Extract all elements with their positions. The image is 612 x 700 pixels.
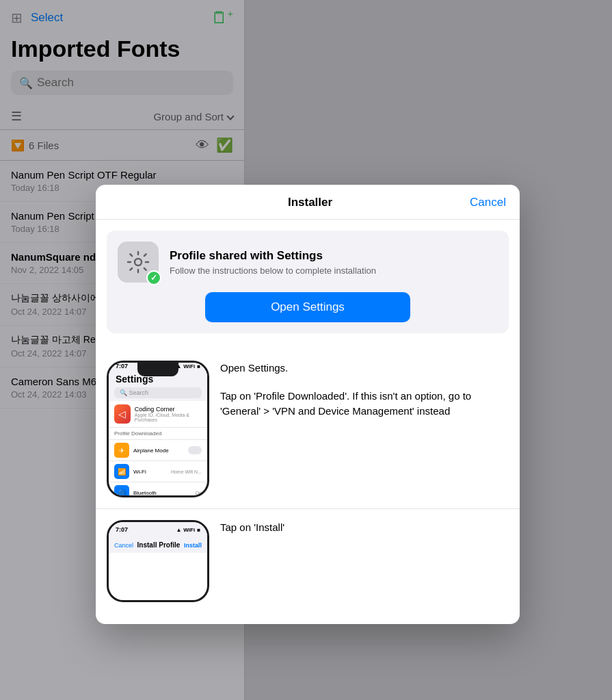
wifi-icon: 📶 <box>114 464 129 479</box>
profile-section: ✓ Profile shared with Settings Follow th… <box>107 231 509 333</box>
phone-screen: 7:07 ▲WiFi■ Settings 🔍 Search ◁ Coding C… <box>109 363 207 495</box>
instructions-section: 7:07 ▲WiFi■ Settings 🔍 Search ◁ Coding C… <box>96 344 520 624</box>
wifi-label: Wi-Fi <box>133 469 167 475</box>
phone-install-bar: Cancel Install Profile Install <box>109 537 207 553</box>
step1-open-settings: Open Settings. <box>220 361 509 376</box>
bluetooth-label: Bluetooth <box>133 490 191 496</box>
installer-modal: Installer Cancel ✓ Profile shared with S… <box>96 185 520 624</box>
airplane-label: Airplane Mode <box>133 448 184 454</box>
phone-mockup-step1: 7:07 ▲WiFi■ Settings 🔍 Search ◁ Coding C… <box>107 361 209 497</box>
install-cancel-label: Cancel <box>114 542 133 549</box>
cancel-button[interactable]: Cancel <box>470 196 506 209</box>
coding-sub-label: Apple ID, iCloud, Media & Purchases <box>135 413 202 422</box>
step2-text-block: Tap on 'Install' <box>220 520 509 536</box>
instruction-step-1: 7:07 ▲WiFi■ Settings 🔍 Search ◁ Coding C… <box>96 350 520 509</box>
phone-airplane-row: ✈ Airplane Mode <box>109 440 207 461</box>
profile-icon-wrapper: ✓ <box>118 242 159 283</box>
svg-point-0 <box>135 259 142 265</box>
profile-title: Profile shared with Settings <box>170 249 376 263</box>
modal-header: Installer Cancel <box>96 185 520 220</box>
check-badge: ✓ <box>146 270 161 285</box>
step1-text-block: Open Settings. Tap on 'Profile Downloade… <box>220 361 509 419</box>
phone-time: 7:07 <box>116 363 128 370</box>
phone-mockup-step2: 7:07 ▲WiFi■ Cancel Install Profile Insta… <box>107 520 209 602</box>
phone-notch <box>137 363 178 376</box>
step1-detail: Tap on 'Profile Downloaded'. If this isn… <box>220 389 509 419</box>
bluetooth-value: On <box>196 491 202 495</box>
profile-subtitle: Follow the instructions below to complet… <box>170 265 376 276</box>
profile-info: Profile shared with Settings Follow the … <box>170 249 376 276</box>
phone-wifi-row: 📶 Wi-Fi Home Wifi N... <box>109 461 207 482</box>
phone-time-2: 7:07 <box>116 526 128 533</box>
phone-status-bar-2: 7:07 ▲WiFi■ <box>109 522 207 537</box>
phone-search-bar: 🔍 Search <box>114 387 202 398</box>
install-button-label: Install <box>184 542 202 549</box>
airplane-toggle <box>188 446 202 454</box>
phone-status-icons-2: ▲WiFi■ <box>176 527 200 533</box>
install-title-label: Install Profile <box>137 541 181 549</box>
phone-screen-2: 7:07 ▲WiFi■ Cancel Install Profile Insta… <box>109 522 207 600</box>
modal-title: Installer <box>150 196 470 209</box>
step2-tap-install: Tap on 'Install' <box>220 520 509 536</box>
instruction-step-2: 7:07 ▲WiFi■ Cancel Install Profile Insta… <box>96 509 520 613</box>
phone-status-icons: ▲WiFi■ <box>176 363 200 370</box>
airplane-icon: ✈ <box>114 443 129 458</box>
coding-icon: ◁ <box>114 404 131 424</box>
open-settings-button[interactable]: Open Settings <box>205 292 410 322</box>
wifi-value: Home Wifi N... <box>171 469 202 474</box>
phone-bluetooth-row: 🔵 Bluetooth On <box>109 482 207 495</box>
phone-coding-row: ◁ Coding Corner Apple ID, iCloud, Media … <box>109 401 207 428</box>
coding-corner-label: Coding Corner <box>135 406 202 413</box>
bluetooth-icon: 🔵 <box>114 485 129 495</box>
phone-profile-downloaded: Profile Downloaded <box>109 428 207 440</box>
